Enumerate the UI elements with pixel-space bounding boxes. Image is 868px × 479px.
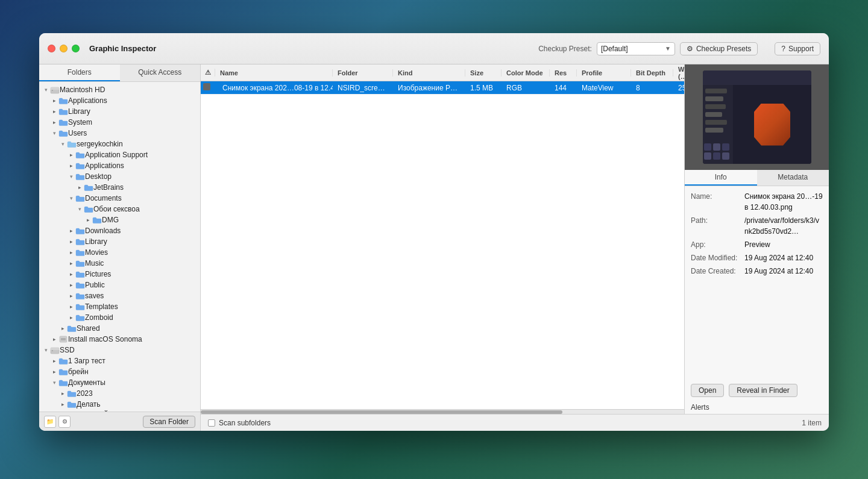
support-button[interactable]: ? Support	[775, 42, 820, 55]
svg-rect-4	[61, 338, 66, 340]
col-width1[interactable]: Width (…	[673, 66, 684, 80]
sidebar-item-zomboid[interactable]: ▸ Zomboid	[39, 312, 200, 323]
sidebar-item-dokumenty[interactable]: ▾ Документы	[39, 377, 200, 388]
horizontal-scrollbar[interactable]	[201, 409, 684, 414]
library2-label: Library	[85, 237, 107, 246]
tab-folders[interactable]: Folders	[39, 64, 120, 81]
sidebar-item-jetbrains[interactable]: ▸ JetBrains	[39, 182, 200, 193]
sidebar-item-templates[interactable]: ▸ Templates	[39, 301, 200, 312]
users-label: Users	[68, 129, 87, 137]
sidebar-item-library[interactable]: ▸ Library	[39, 106, 200, 117]
maximize-button[interactable]	[72, 45, 80, 52]
sidebar-item-oboi[interactable]: ▾ Обои сексвоа	[39, 204, 200, 214]
reveal-in-finder-button[interactable]: Reveal in Finder	[729, 384, 797, 397]
table-header: ⚠ Name Folder Kind Size Color Mode Res P…	[201, 64, 684, 81]
chevron-right-icon: ▸	[58, 400, 67, 409]
folder-icon	[58, 96, 68, 105]
info-date-created-row: Date Created: 19 Aug 2024 at 12:40	[691, 266, 823, 277]
sidebar-item-library2[interactable]: ▸ Library	[39, 236, 200, 247]
checkup-presets-button[interactable]: ⚙ Checkup Presets	[680, 42, 758, 55]
chevron-right-icon: ▸	[75, 183, 84, 192]
sidebar-item-applications[interactable]: ▸ Applications	[39, 160, 200, 171]
cell-profile: MateView	[577, 84, 631, 92]
col-size[interactable]: Size	[465, 69, 502, 77]
sidebar-item-applications-top[interactable]: ▸ Applications	[39, 95, 200, 106]
svg-rect-7	[52, 350, 53, 351]
sidebar-item-brain[interactable]: ▸ брейн	[39, 366, 200, 377]
tab-info[interactable]: Info	[685, 170, 757, 186]
chevron-down-icon: ▼	[665, 45, 671, 52]
info-name-row: Name: Снимок экрана 20…-19 в 12.40.03.pn…	[691, 191, 823, 213]
item-count: 1 item	[802, 419, 822, 427]
drive-icon	[50, 346, 60, 354]
scroll-thumb[interactable]	[201, 410, 562, 414]
close-button[interactable]	[48, 45, 55, 52]
date-created-key: Date Created:	[691, 266, 742, 277]
col-folder[interactable]: Folder	[333, 69, 393, 77]
sidebar-item-zagr-test[interactable]: ▸ 1 Загр тест	[39, 355, 200, 366]
oboi-label: Обои сексвоа	[93, 205, 140, 213]
folder-icon	[92, 216, 102, 224]
chevron-right-icon: ▸	[50, 96, 58, 105]
folder-icon	[58, 368, 68, 376]
cell-res: 144	[550, 84, 577, 92]
sidebar-item-system[interactable]: ▸ System	[39, 117, 200, 128]
scan-subfolders-checkbox[interactable]	[208, 419, 215, 427]
folder-icon	[67, 400, 77, 409]
sidebar-tree: ▾ Macintosh HD ▸ Applications ▸ Library	[39, 82, 200, 412]
preset-dropdown[interactable]: [Default] ▼	[597, 42, 675, 55]
screenshot-preview	[703, 70, 811, 164]
col-bit-depth[interactable]: Bit Depth	[631, 69, 673, 77]
minimize-button[interactable]	[60, 45, 68, 52]
chevron-right-icon: ▸	[67, 302, 75, 311]
desktop-label: Desktop	[85, 172, 112, 181]
applications-top-label: Applications	[68, 96, 107, 105]
sidebar-item-install-macos[interactable]: ▸ Install macOS Sonoma	[39, 334, 200, 345]
sidebar-item-music[interactable]: ▸ Music	[39, 258, 200, 269]
name-key: Name:	[691, 191, 742, 213]
sidebar-item-desktop[interactable]: ▾ Desktop	[39, 171, 200, 182]
drive-icon	[50, 86, 60, 94]
scan-folder-button[interactable]: Scan Folder	[143, 416, 195, 428]
sidebar-item-pictures[interactable]: ▸ Pictures	[39, 269, 200, 280]
sidebar-item-movies[interactable]: ▸ Movies	[39, 247, 200, 258]
tab-quick-access[interactable]: Quick Access	[120, 64, 201, 81]
settings-icon[interactable]: ⚙	[58, 416, 71, 428]
sidebar-item-public[interactable]: ▸ Public	[39, 280, 200, 290]
sidebar-item-shared[interactable]: ▸ Shared	[39, 323, 200, 334]
sidebar-item-sergeykochkin[interactable]: ▾ sergeykochkin	[39, 139, 200, 149]
ssd-label: SSD	[60, 346, 75, 354]
sidebar-item-macintosh-hd[interactable]: ▾ Macintosh HD	[39, 84, 200, 95]
path-value: /private/var/folders/k3/vnk2bd5s70vd2…	[744, 215, 823, 237]
sidebar: Folders Quick Access ▾ Macintosh HD ▸ Ap…	[39, 64, 201, 431]
sidebar-item-downloads[interactable]: ▸ Downloads	[39, 225, 200, 236]
folder-icon	[58, 107, 68, 116]
table-row[interactable]: Снимок экрана 202…08-19 в 12.40.03.png N…	[201, 81, 684, 95]
sidebar-item-2023[interactable]: ▸ 2023	[39, 388, 200, 399]
pictures-label: Pictures	[85, 270, 111, 278]
preview-main-content	[733, 85, 811, 164]
sidebar-item-saves[interactable]: ▸ saves	[39, 290, 200, 301]
chevron-right-icon: ▸	[50, 107, 58, 116]
folder-add-icon[interactable]: 📁	[44, 416, 56, 428]
sidebar-item-dmg1[interactable]: ▸ DMG	[39, 214, 200, 225]
titlebar: Graphic Inspector Checkup Preset: [Defau…	[39, 33, 829, 64]
folder-icon	[58, 378, 68, 387]
folder-icon	[58, 357, 68, 365]
col-res[interactable]: Res	[550, 69, 577, 77]
tab-metadata[interactable]: Metadata	[757, 170, 829, 186]
col-name[interactable]: Name	[215, 69, 333, 77]
install-macos-label: Install macOS Sonoma	[68, 335, 142, 343]
info-content: Name: Снимок экрана 20…-19 в 12.40.03.pn…	[685, 186, 829, 380]
sidebar-item-application-support[interactable]: ▸ Application Support	[39, 149, 200, 160]
sidebar-item-delat[interactable]: ▸ Делать	[39, 399, 200, 410]
sidebar-tabs: Folders Quick Access	[39, 64, 200, 82]
open-button[interactable]: Open	[691, 384, 724, 397]
sidebar-item-ssd[interactable]: ▾ SSD	[39, 345, 200, 355]
col-profile[interactable]: Profile	[577, 69, 631, 77]
saves-label: saves	[85, 292, 104, 300]
sidebar-item-documents[interactable]: ▾ Documents	[39, 193, 200, 204]
col-kind[interactable]: Kind	[393, 69, 465, 77]
col-color-mode[interactable]: Color Mode	[502, 69, 550, 77]
sidebar-item-users[interactable]: ▾ Users	[39, 128, 200, 139]
